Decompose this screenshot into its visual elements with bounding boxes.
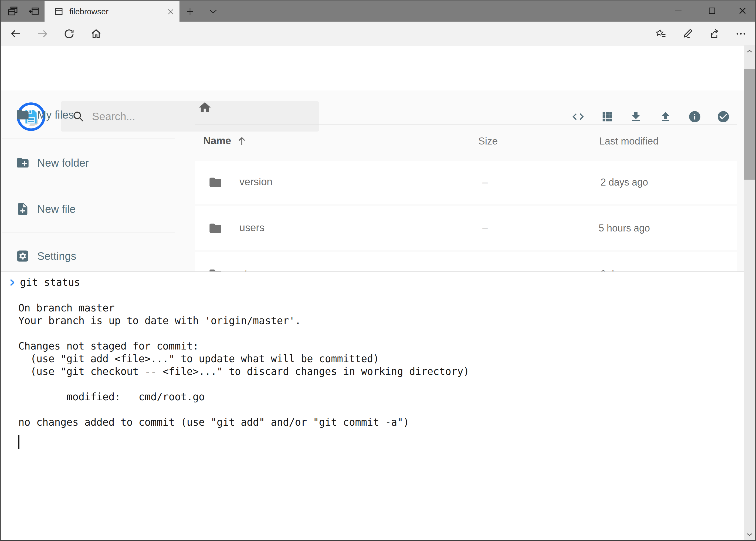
terminal-cursor [18, 435, 19, 449]
scrollbar-down-icon[interactable] [744, 529, 755, 540]
window-left-edge [0, 0, 1, 541]
column-header-size[interactable]: Size [460, 136, 516, 147]
folder-icon [208, 175, 222, 189]
sort-ascending-icon [236, 135, 247, 147]
page-scrollbar[interactable] [744, 45, 755, 541]
terminal-command: git status [20, 276, 80, 288]
column-header-modified[interactable]: Last modified [584, 136, 673, 147]
tab-list-chevron-icon[interactable] [205, 4, 221, 19]
sidebar-item-label: My files [37, 109, 74, 121]
window-bottom-edge [0, 540, 756, 541]
browser-navbar: filebrowser.web/files/ [0, 22, 756, 46]
tab-close-icon[interactable] [166, 7, 175, 16]
upload-icon[interactable] [655, 106, 676, 127]
sidebar-item-label: Settings [37, 250, 76, 262]
breadcrumb-divider [195, 124, 737, 125]
settings-icon [16, 249, 30, 263]
more-options-icon[interactable] [730, 23, 751, 45]
maximize-button[interactable] [695, 0, 729, 22]
set-tabs-aside-icon[interactable] [26, 4, 41, 19]
minimize-button[interactable] [661, 0, 695, 22]
terminal-prompt-line: git status [8, 276, 80, 288]
file-size: – [457, 223, 513, 234]
scrollbar-up-icon[interactable] [744, 46, 755, 57]
hub-icon[interactable] [650, 23, 671, 45]
select-multiple-icon[interactable] [713, 106, 734, 127]
file-modified: 5 hours ago [584, 223, 665, 234]
refresh-icon[interactable] [59, 23, 79, 45]
new-folder-icon [16, 156, 30, 170]
file-row-users[interactable]: users – 5 hours ago [195, 206, 737, 250]
sidebar-item-new-folder[interactable]: New folder [0, 148, 175, 178]
sidebar-item-my-files[interactable]: My files [0, 100, 175, 130]
download-icon[interactable] [626, 106, 646, 127]
sidebar-item-settings[interactable]: Settings [0, 241, 175, 271]
close-window-button[interactable] [729, 0, 756, 22]
sidebar-item-label: New file [37, 203, 76, 215]
file-name: users [239, 222, 265, 234]
filebrowser-header [0, 46, 756, 91]
file-modified: 2 days ago [584, 177, 665, 188]
column-header-name[interactable]: Name [203, 135, 247, 147]
browser-tab[interactable]: filebrowser [45, 1, 179, 22]
info-icon[interactable] [684, 106, 705, 127]
scrollbar-thumb[interactable] [744, 69, 755, 180]
listing-header: Name Size Last modified [195, 135, 737, 148]
file-size: – [457, 177, 513, 188]
browser-titlebar: filebrowser [0, 0, 756, 22]
tab-preview-icon[interactable] [5, 4, 21, 19]
sidebar-item-label: New folder [37, 157, 89, 169]
window-top-edge [0, 0, 756, 1]
code-icon[interactable] [568, 106, 589, 127]
grid-view-icon[interactable] [597, 106, 618, 127]
new-file-icon [16, 202, 30, 216]
forward-icon[interactable] [32, 23, 53, 45]
sidebar-divider [2, 139, 175, 139]
share-icon[interactable] [703, 23, 724, 45]
sidebar-item-new-file[interactable]: New file [0, 194, 175, 224]
file-name: version [239, 176, 273, 188]
sidebar-divider [2, 233, 175, 233]
page-favicon [54, 7, 64, 16]
file-row-version[interactable]: version – 2 days ago [195, 160, 737, 204]
web-note-icon[interactable] [677, 23, 698, 45]
terminal-output: On branch master Your branch is up to da… [18, 289, 469, 429]
folder-icon [16, 108, 30, 122]
breadcrumb-home-icon[interactable] [198, 101, 212, 115]
back-icon[interactable] [5, 23, 26, 45]
terminal-panel[interactable]: git status On branch master Your branch … [0, 271, 744, 541]
new-tab-button[interactable] [181, 1, 199, 22]
tab-title: filebrowser [69, 7, 179, 16]
edge-browser-window: filebrowser [0, 0, 756, 541]
folder-icon [208, 221, 222, 235]
home-nav-icon[interactable] [86, 23, 106, 45]
column-name-label: Name [203, 135, 231, 147]
prompt-chevron-icon [8, 277, 17, 288]
